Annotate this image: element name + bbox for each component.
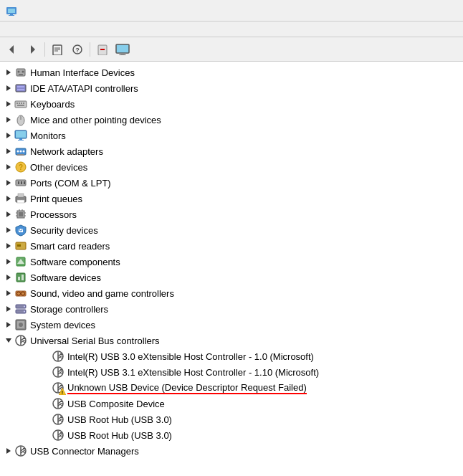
tree-item-ports[interactable]: Ports (COM & LPT): [0, 175, 463, 191]
hid-icon: [14, 66, 27, 79]
svg-rect-126: [60, 401, 62, 402]
chevron-usb-intel30[interactable]: [40, 351, 52, 362]
forward-button[interactable]: [23, 40, 42, 59]
tree-item-softcomp[interactable]: Software components: [0, 254, 463, 270]
svg-point-19: [18, 71, 20, 73]
tree-item-smartcard[interactable]: Smart card readers: [0, 238, 463, 254]
item-label-sound: Sound, video and game controllers: [30, 288, 174, 299]
tree-item-usb-connector[interactable]: USB Connector Managers: [0, 443, 463, 459]
chevron-keyboards[interactable]: [3, 98, 14, 110]
menu-file[interactable]: [3, 28, 14, 31]
tree-item-ide-atapi[interactable]: IDE ATA/ATAPI controllers: [0, 80, 463, 96]
svg-marker-75: [6, 259, 11, 265]
chevron-mice[interactable]: [3, 114, 14, 125]
svg-point-44: [17, 151, 19, 153]
chevron-other[interactable]: [3, 161, 14, 173]
chevron-printq[interactable]: [3, 193, 14, 204]
svg-point-146: [24, 451, 26, 453]
chevron-sound[interactable]: [3, 287, 14, 299]
item-label-usb-root30a: USB Root Hub (USB 3.0): [67, 414, 172, 425]
tree-item-system[interactable]: System devices: [0, 317, 463, 333]
tree-item-printq[interactable]: Print queues: [0, 191, 463, 206]
chevron-smartcard[interactable]: [3, 240, 14, 252]
chevron-usb-intel31[interactable]: [40, 366, 52, 378]
tree-item-mice[interactable]: Mice and other pointing devices: [0, 112, 463, 128]
item-label-security: Security devices: [30, 225, 98, 236]
help-button[interactable]: ?: [68, 40, 87, 59]
tree-item-network[interactable]: Network adapters: [0, 143, 463, 159]
tree-item-security[interactable]: Security devices: [0, 222, 463, 238]
svg-marker-50: [6, 180, 11, 186]
item-label-usb-intel30: Intel(R) USB 3.0 eXtensible Host Control…: [67, 351, 314, 362]
tree-item-monitors[interactable]: Monitors: [0, 128, 463, 143]
tree-item-usb-intel30[interactable]: Intel(R) USB 3.0 eXtensible Host Control…: [0, 348, 463, 364]
tree-item-usb-composite[interactable]: USB Composite Device: [0, 396, 463, 411]
svg-marker-41: [6, 148, 11, 154]
item-label-usb-composite: USB Composite Device: [67, 399, 165, 409]
app-icon: [6, 5, 17, 16]
tree-item-usb-root30b[interactable]: USB Root Hub (USB 3.0): [0, 427, 463, 443]
net-icon: [14, 145, 27, 158]
toolbar-sep-1: [44, 42, 45, 57]
chevron-usb-unknown[interactable]: [40, 382, 52, 394]
chevron-usb-composite[interactable]: [40, 398, 52, 409]
tree-item-human-interface[interactable]: Human Interface Devices: [0, 65, 463, 80]
tree-item-usb-intel31[interactable]: Intel(R) USB 3.1 eXtensible Host Control…: [0, 364, 463, 380]
svg-marker-91: [6, 322, 11, 328]
chevron-ide-atapi[interactable]: [3, 82, 14, 94]
tree-item-sound[interactable]: Sound, video and game controllers: [0, 285, 463, 301]
svg-rect-6: [53, 45, 62, 55]
chevron-security[interactable]: [3, 224, 14, 236]
svg-marker-71: [6, 243, 11, 249]
item-label-usb-connector: USB Connector Managers: [30, 446, 139, 457]
chevron-usb-root30b[interactable]: [40, 429, 52, 441]
port-icon: [14, 176, 27, 189]
tree-item-usb-unknown[interactable]: !Unknown USB Device (Device Descriptor R…: [0, 380, 463, 396]
svg-rect-79: [16, 273, 25, 282]
usb-icon: [14, 444, 27, 457]
chevron-softdev[interactable]: [3, 272, 14, 283]
display-button[interactable]: [113, 40, 132, 59]
chevron-usb[interactable]: [3, 335, 14, 346]
chevron-monitors[interactable]: [3, 130, 14, 141]
svg-point-139: [61, 435, 63, 437]
tree-item-other[interactable]: ?Other devices: [0, 159, 463, 175]
toolbar-sep-2: [90, 42, 90, 57]
svg-rect-14: [116, 44, 129, 53]
item-label-system: System devices: [30, 320, 95, 330]
tree-item-softdev[interactable]: Software devices: [0, 270, 463, 285]
chevron-softcomp[interactable]: [3, 256, 14, 267]
svg-rect-21: [19, 74, 23, 75]
tree-item-storage[interactable]: Storage controllers: [0, 301, 463, 317]
uninstall-button[interactable]: [93, 40, 112, 59]
item-label-ports: Ports (COM & LPT): [30, 178, 111, 189]
svg-marker-95: [6, 338, 11, 343]
chevron-processors[interactable]: [3, 209, 14, 220]
chevron-usb-connector[interactable]: [3, 445, 14, 457]
svg-rect-40: [18, 140, 24, 141]
item-label-network: Network adapters: [30, 146, 103, 157]
chevron-system[interactable]: [3, 319, 14, 330]
tree-item-usb[interactable]: Universal Serial Bus controllers: [0, 333, 463, 348]
menu-view[interactable]: [26, 28, 37, 31]
chevron-storage[interactable]: [3, 303, 14, 315]
back-button[interactable]: [3, 40, 22, 59]
item-label-printq: Print queues: [30, 194, 82, 204]
svg-point-133: [61, 419, 63, 422]
item-label-smartcard: Smart card readers: [30, 241, 110, 252]
svg-point-127: [61, 404, 63, 406]
tree-item-usb-root30a[interactable]: USB Root Hub (USB 3.0): [0, 411, 463, 427]
menu-action[interactable]: [14, 28, 26, 31]
svg-marker-17: [6, 70, 11, 75]
tree-item-keyboards[interactable]: Keyboards: [0, 96, 463, 112]
chevron-ports[interactable]: [3, 177, 14, 189]
tree-item-processors[interactable]: Processors: [0, 206, 463, 222]
chevron-network[interactable]: [3, 146, 14, 157]
item-label-human-interface: Human Interface Devices: [30, 67, 135, 78]
svg-marker-26: [6, 101, 11, 107]
menu-help[interactable]: [37, 28, 49, 31]
chevron-usb-root30a[interactable]: [40, 414, 52, 425]
svg-marker-36: [6, 133, 11, 138]
chevron-human-interface[interactable]: [3, 67, 14, 78]
properties-button[interactable]: [48, 40, 67, 59]
